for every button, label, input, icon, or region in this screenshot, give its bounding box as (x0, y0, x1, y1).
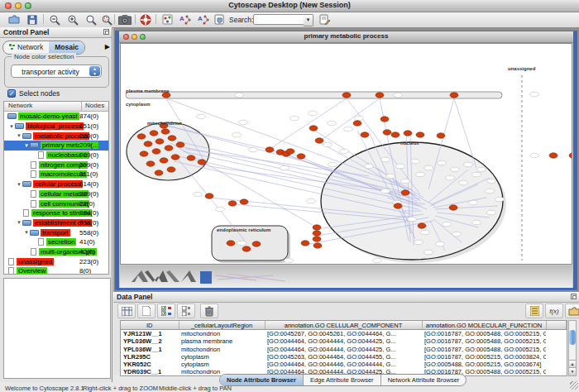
table-row[interactable]: YPL036W__1mitochondrion[GO:0044464, GO:0… (121, 346, 567, 353)
tab-overflow-arrow[interactable]: ▶ (105, 43, 110, 50)
tree-column-network[interactable]: Network (4, 102, 82, 111)
resize-grip[interactable] (570, 381, 578, 390)
tree-row[interactable]: response to stimulu264(0) (4, 208, 108, 218)
gene-node[interactable] (228, 201, 237, 206)
window-titlebar[interactable]: Cytoscape Desktop (New Session) (0, 0, 579, 12)
tab-network[interactable]: Network (3, 41, 49, 54)
gene-node[interactable] (137, 134, 146, 139)
gene-node[interactable] (301, 241, 309, 246)
gene-node[interactable] (168, 136, 176, 141)
tree-row[interactable]: secretion41(0) (4, 237, 108, 247)
annotate-icon[interactable] (317, 13, 332, 26)
gene-node[interactable] (391, 132, 400, 137)
gene-node[interactable] (155, 170, 163, 175)
gene-node[interactable] (394, 203, 402, 208)
gene-node[interactable] (286, 149, 294, 154)
attribute-list-icon[interactable] (525, 304, 543, 318)
attribute-table[interactable]: ID _cellularLayoutRegion annotation.GO C… (121, 321, 567, 376)
network-canvas[interactable]: plasma membrane cytoplasm mitochondrion … (120, 43, 572, 265)
col-go-molecular-function[interactable]: annotation.GO MOLECULAR_FUNCTION (422, 321, 546, 330)
tree-row[interactable]: ▼establishment of lo558(0) (4, 218, 108, 228)
table-row[interactable]: YKR052Ccytoplasm[GO:0044464, GO:0044446,… (121, 361, 567, 368)
gene-node[interactable] (315, 138, 323, 143)
gene-node[interactable] (450, 93, 458, 98)
gene-node[interactable] (227, 241, 235, 246)
tree-row[interactable]: cellular metabol209(0) (4, 189, 108, 199)
float-panel-icon[interactable] (103, 29, 109, 35)
col-cellular-layout-region[interactable]: _cellularLayoutRegion (179, 321, 265, 330)
open-file-icon[interactable] (7, 13, 22, 26)
gene-node[interactable] (361, 132, 369, 137)
col-id[interactable]: ID (121, 321, 179, 330)
new-attribute-icon[interactable] (137, 304, 156, 318)
gene-node[interactable] (165, 146, 173, 151)
gene-node[interactable] (198, 160, 206, 165)
tree-row[interactable]: cell communicat22(0) (4, 198, 108, 208)
tree-row[interactable]: ▼cellular process614(0) (4, 179, 108, 189)
zoom-fit-selected-icon[interactable] (99, 13, 114, 26)
search-dropdown-arrow[interactable]: ▼ (304, 14, 313, 26)
tree-row[interactable]: ▼primary metabol209(... (4, 141, 108, 151)
gene-node[interactable] (156, 139, 164, 144)
manage-plugins-icon[interactable] (212, 13, 227, 26)
gene-node[interactable] (313, 237, 321, 241)
combobox-stepper-icon[interactable]: ▲▼ (89, 66, 100, 76)
node-color-combobox[interactable]: transporter activity ▲▼ (11, 65, 102, 78)
gene-node[interactable] (144, 141, 152, 146)
gene-node[interactable] (171, 155, 179, 160)
tree-row[interactable]: nitrogen compo209(0) (4, 160, 108, 170)
gene-node[interactable] (187, 155, 195, 160)
network-view-frame[interactable]: primary metabolic process (115, 31, 577, 290)
zoom-in-icon[interactable] (65, 13, 80, 26)
col-go-cellular-component[interactable]: annotation.GO CELLULAR_COMPONENT (265, 321, 422, 330)
gene-node[interactable] (176, 142, 184, 147)
birds-eye-view[interactable] (3, 278, 111, 379)
disclosure-triangle[interactable]: ▼ (4, 133, 22, 138)
gene-node[interactable] (266, 147, 274, 152)
tree-row[interactable]: unassigned223(0) (4, 256, 108, 266)
gene-node[interactable] (549, 153, 557, 158)
gene-node[interactable] (313, 243, 322, 248)
snapshot-icon[interactable] (117, 13, 132, 26)
unselect-attributes-icon[interactable] (177, 304, 195, 318)
zoom-out-icon[interactable] (47, 13, 62, 26)
gene-node[interactable] (313, 225, 321, 230)
delete-attribute-icon[interactable] (200, 304, 218, 318)
float-panel-icon[interactable] (571, 294, 577, 299)
formula-builder-icon[interactable]: f(x) (545, 304, 563, 318)
tree-row[interactable]: macromolecule311(0) (4, 170, 108, 179)
tree-row[interactable]: multi-organism pro42(0) (4, 247, 108, 257)
gene-node[interactable] (167, 167, 175, 172)
help-icon[interactable] (138, 13, 153, 26)
gene-node[interactable] (252, 241, 261, 246)
tree-row[interactable]: nucleobase-c209(0) (4, 151, 108, 160)
zoom-actual-icon[interactable] (84, 13, 98, 26)
gene-node[interactable] (242, 246, 251, 251)
tree-row[interactable]: ▼transport558(0) (4, 227, 108, 237)
gene-node[interactable] (161, 129, 170, 134)
table-row[interactable]: YPL036W__2plasma membrane[GO:0044464, GO… (121, 337, 567, 345)
gene-node[interactable] (449, 205, 457, 210)
select-nodes-checkbox[interactable]: ✓ (7, 89, 16, 98)
gene-node[interactable] (418, 223, 426, 228)
gene-node[interactable] (353, 121, 361, 126)
table-scrollbar[interactable]: ▲ ▼ (568, 320, 577, 376)
import-attributes-icon[interactable] (565, 304, 579, 318)
tab-mosaic[interactable]: Mosaic (49, 41, 84, 54)
tree-row[interactable]: ▼biological_process651(0) (4, 122, 108, 131)
disclosure-triangle[interactable]: ▼ (4, 143, 29, 148)
scrollbar-thumb[interactable] (569, 330, 576, 345)
network-view-titlebar[interactable]: primary metabolic process (119, 31, 573, 43)
tree-row[interactable]: Overview8(0) (4, 266, 108, 275)
vizmapper-icon[interactable] (160, 13, 175, 26)
gene-node[interactable] (140, 151, 148, 156)
search-input[interactable] (253, 14, 306, 25)
save-icon[interactable] (25, 13, 40, 26)
scroll-down-arrow[interactable]: ▼ (569, 367, 576, 375)
gene-node[interactable] (376, 93, 384, 98)
gene-node[interactable] (309, 126, 318, 131)
gene-node[interactable] (383, 130, 391, 135)
gene-node[interactable] (297, 154, 305, 159)
layout-label-a-icon[interactable]: A (177, 13, 192, 26)
gene-node[interactable] (160, 158, 168, 163)
